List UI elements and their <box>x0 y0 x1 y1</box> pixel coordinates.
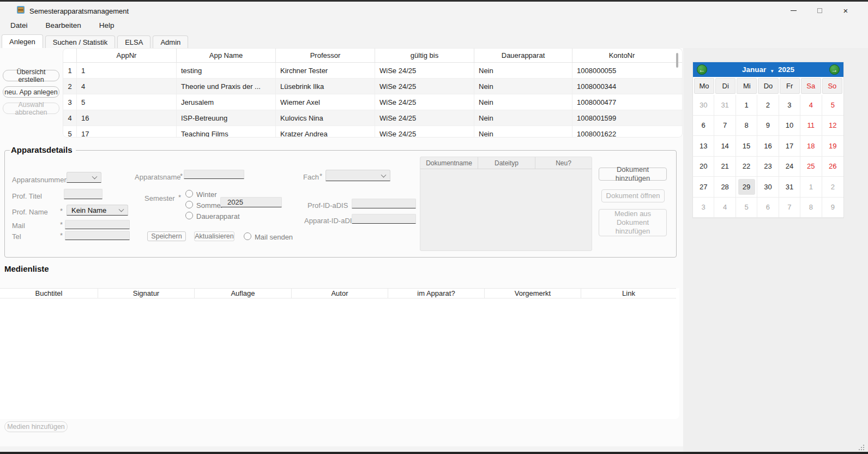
calendar-day[interactable]: 3 <box>693 198 714 218</box>
calendar-day[interactable]: 22 <box>736 157 757 177</box>
apparatsnummer-select[interactable] <box>67 172 101 183</box>
calendar-day-names: Mo Di Mi Do Fr Sa So <box>693 77 843 95</box>
calendar-day[interactable]: 23 <box>757 157 779 177</box>
semester-year-input[interactable]: 2025 <box>220 197 282 207</box>
calendar-prev-button[interactable]: ← <box>697 64 707 75</box>
calendar-next-button[interactable]: → <box>829 64 840 75</box>
calendar-day[interactable]: 8 <box>800 198 822 218</box>
calendar-day[interactable]: 24 <box>779 157 800 177</box>
calendar-day[interactable]: 2 <box>822 177 843 198</box>
table-row[interactable]: 35JerusalemWiemer AxelWiSe 24/25Nein1008… <box>63 94 682 110</box>
column-header-vorgemerkt: Vorgemerkt <box>485 289 581 298</box>
cell: Lüsebrink Ilka <box>276 79 375 94</box>
calendar-day-label: 15 <box>738 138 755 154</box>
calendar-day[interactable]: 3 <box>779 95 800 116</box>
winter-radio[interactable] <box>185 190 193 198</box>
tab-admin[interactable]: Admin <box>153 35 188 48</box>
mail-senden-checkbox[interactable] <box>244 232 251 240</box>
calendar-day[interactable]: 18 <box>800 136 822 157</box>
calendar-day[interactable]: 9 <box>822 198 843 218</box>
calendar-day[interactable]: 1 <box>800 177 822 198</box>
fach-select[interactable] <box>326 170 390 181</box>
calendar-day[interactable]: 19 <box>822 136 843 157</box>
calendar-day[interactable]: 6 <box>757 198 779 218</box>
apparat-id-adis-input[interactable] <box>352 214 416 224</box>
neu-app-anlegen-button[interactable]: neu. App anlegen <box>3 86 59 98</box>
table-row[interactable]: 517Teaching FilmsKratzer AndreaWiSe 24/2… <box>63 126 682 138</box>
menu-help[interactable]: Help <box>97 20 117 31</box>
sommer-radio[interactable] <box>185 201 193 208</box>
table-row[interactable]: 24Theorie und Praxis der ...Lüsebrink Il… <box>63 79 682 94</box>
prof-id-adis-input[interactable] <box>352 199 416 208</box>
column-header-dauerapparat[interactable]: Dauerapparat <box>474 49 572 62</box>
column-header-gueltig-bis[interactable]: gültig bis <box>375 49 474 62</box>
calendar-day[interactable]: 17 <box>779 136 800 157</box>
calendar-day[interactable]: 15 <box>736 136 757 157</box>
tab-bar: Anlegen Suchen / Statistik ELSA Admin <box>2 34 188 48</box>
maximize-button[interactable] <box>807 3 832 18</box>
aktualisieren-button[interactable]: Aktualisieren <box>194 231 234 241</box>
calendar-day-label: 22 <box>738 158 755 174</box>
column-header-autor: Autor <box>292 289 388 298</box>
tab-anlegen[interactable]: Anlegen <box>2 34 43 48</box>
menu-datei[interactable]: Datei <box>8 20 30 31</box>
column-header-professor[interactable]: Professor <box>276 49 375 62</box>
calendar-day[interactable]: 1 <box>736 95 757 116</box>
calendar-day[interactable]: 7 <box>714 116 736 136</box>
calendar-day[interactable]: 30 <box>693 95 714 116</box>
calendar-day-label: 4 <box>716 199 733 215</box>
dokument-hinzufuegen-button[interactable]: Dokument hinzufügen <box>599 168 667 181</box>
column-header-kontonr[interactable]: KontoNr <box>572 49 671 62</box>
calendar-day[interactable]: 25 <box>800 157 822 177</box>
calendar-day[interactable]: 21 <box>714 157 736 177</box>
calendar-day[interactable]: 4 <box>800 95 822 116</box>
close-button[interactable]: × <box>833 3 858 18</box>
prof-titel-input[interactable] <box>64 189 103 199</box>
calendar-day[interactable]: 30 <box>757 177 779 198</box>
tab-suchen-statistik[interactable]: Suchen / Statistik <box>45 35 115 48</box>
calendar-day[interactable]: 8 <box>736 116 757 136</box>
calendar-day[interactable]: 11 <box>800 116 822 136</box>
calendar-day[interactable]: 14 <box>714 136 736 157</box>
dauerapparat-radio[interactable] <box>185 212 193 219</box>
calendar-day[interactable]: 5 <box>736 198 757 218</box>
calendar-day[interactable]: 28 <box>714 177 736 198</box>
calendar-day[interactable]: 27 <box>693 177 714 198</box>
mail-input[interactable] <box>65 220 130 229</box>
uebersicht-erstellen-button[interactable]: Übersicht erstellen <box>3 70 59 81</box>
cell: WiSe 24/25 <box>375 94 474 110</box>
calendar-day[interactable]: 9 <box>757 116 779 136</box>
apparatsname-input[interactable] <box>184 170 244 179</box>
calendar-day[interactable]: 10 <box>779 116 800 136</box>
minimize-button[interactable] <box>781 3 806 18</box>
column-header-appname[interactable]: App Name <box>177 49 276 62</box>
calendar-day[interactable]: 4 <box>714 198 736 218</box>
menu-bearbeiten[interactable]: Bearbeiten <box>44 20 83 31</box>
app-icon <box>16 5 25 14</box>
resize-grip-icon[interactable] <box>858 444 865 452</box>
tab-elsa[interactable]: ELSA <box>117 35 150 48</box>
table-scrollbar[interactable] <box>676 53 678 68</box>
column-header-appnr[interactable]: AppNr <box>77 49 177 62</box>
screen-edge-bottom <box>0 452 868 454</box>
speichern-button[interactable]: Speichern <box>147 231 186 241</box>
calendar-title[interactable]: Januar▼ 2025 <box>742 65 794 74</box>
calendar-day[interactable]: 26 <box>822 157 843 177</box>
apparatsdetails-title: Apparatsdetails <box>10 145 76 154</box>
table-row[interactable]: 11testingKirchner TesterWiSe 24/25Nein10… <box>63 63 682 79</box>
calendar-day[interactable]: 7 <box>779 198 800 218</box>
calendar-day[interactable]: 13 <box>693 136 714 157</box>
app-window: Semesterapparatsmanagement × Datei Bearb… <box>0 0 868 454</box>
tel-input[interactable] <box>65 231 130 240</box>
calendar-day[interactable]: 31 <box>779 177 800 198</box>
calendar-day[interactable]: 12 <box>822 116 843 136</box>
calendar-day[interactable]: 16 <box>757 136 779 157</box>
calendar-day[interactable]: 29 <box>736 177 757 198</box>
calendar-day[interactable]: 5 <box>822 95 843 116</box>
prof-name-select[interactable]: Kein Name <box>67 205 128 216</box>
table-row[interactable]: 416ISP-BetreuungKulovics NinaWiSe 24/25N… <box>63 110 682 126</box>
calendar-day[interactable]: 2 <box>757 95 779 116</box>
calendar-day[interactable]: 20 <box>693 157 714 177</box>
calendar-day[interactable]: 31 <box>714 95 736 116</box>
calendar-day[interactable]: 6 <box>693 116 714 136</box>
